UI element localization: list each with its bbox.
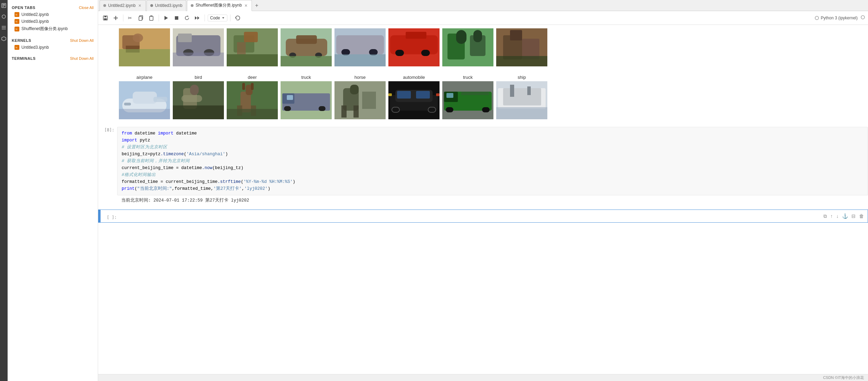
notebook-icon-1: N	[15, 12, 19, 17]
copy-button[interactable]	[136, 13, 145, 22]
image-grid-row1	[98, 25, 868, 71]
kernel-notebook-icon: N	[15, 45, 19, 50]
svg-rect-37	[133, 34, 143, 42]
link-button[interactable]: ⚓	[841, 213, 849, 220]
tab-untitled3[interactable]: Untitled3.ipynb	[147, 0, 186, 11]
sidebar-item-shufflenet[interactable]: N Shufflenet图像分类.ipynb	[8, 25, 98, 33]
svg-rect-43	[178, 34, 192, 42]
move-up-button[interactable]: ↑	[829, 213, 834, 220]
svg-rect-115	[436, 93, 440, 96]
svg-marker-27	[164, 16, 168, 20]
cifar-image-r1-1	[119, 28, 170, 66]
tab-bar: Untitled2.ipynb × Untitled3.ipynb Shuffl…	[98, 0, 868, 11]
cifar-image-r1-5	[334, 28, 386, 66]
shut-down-all-terminals-button[interactable]: Shut Down All	[70, 56, 94, 61]
sidebar-item-untitled2[interactable]: N Untitled2.ipynb	[8, 11, 98, 18]
tab-close-1[interactable]: ×	[138, 3, 142, 8]
image-cell-r1-3	[227, 28, 278, 66]
svg-rect-127	[510, 85, 514, 97]
cell-type-selector[interactable]: Code	[208, 15, 227, 21]
image-cell-r1-1	[119, 28, 170, 66]
svg-rect-106	[362, 92, 376, 109]
kernels-title: KERNELS	[12, 38, 31, 43]
code-cell-8: [8]: from datetime import datetime impor…	[98, 124, 868, 208]
sidebar-panel: OPEN TABS Close All N Untitled2.ipynb N …	[8, 0, 98, 381]
img-bird	[173, 81, 224, 119]
output-text: 当前北京时间: 2024-07-01 17:22:59 第27天打卡 lyj02…	[121, 198, 249, 203]
img-truck2	[442, 81, 493, 119]
svg-rect-75	[496, 56, 547, 66]
refresh-button[interactable]	[233, 13, 242, 22]
run-button[interactable]	[162, 13, 171, 22]
svg-rect-25	[150, 16, 153, 20]
sidebar-file-name-3: Shufflenet图像分类.ipynb	[21, 26, 68, 32]
files-icon[interactable]	[1, 3, 7, 8]
notebook-content[interactable]: airplane bird	[98, 25, 868, 374]
cifar-image-r1-2	[173, 28, 224, 66]
tab-icon-3	[191, 4, 194, 7]
kernel-info: Python 3 (ipykernel)	[814, 16, 858, 20]
save-button[interactable]	[101, 13, 110, 22]
svg-rect-28	[175, 16, 178, 20]
svg-marker-8	[2, 37, 6, 41]
extensions-icon[interactable]	[1, 36, 7, 41]
image-cell-r1-5	[334, 28, 386, 66]
label-truck: truck	[301, 75, 311, 80]
menu-icon[interactable]	[1, 25, 7, 30]
sidebar-file-name-1: Untitled2.ipynb	[21, 12, 49, 17]
svg-rect-1	[2, 4, 5, 5]
stop-button[interactable]	[172, 13, 181, 22]
icon-rail	[0, 0, 8, 381]
cut-button[interactable]: ✂	[126, 13, 135, 22]
cell-index-8: [8]:	[98, 124, 117, 208]
tab-shufflenet[interactable]: Shufflenet图像分类.ipynb ×	[187, 0, 252, 11]
svg-rect-44	[173, 53, 224, 66]
svg-text:N: N	[16, 46, 17, 49]
fast-forward-button[interactable]	[193, 13, 202, 22]
img-ship	[496, 81, 547, 119]
svg-marker-30	[197, 16, 199, 20]
svg-rect-2	[2, 5, 5, 6]
tab-dot-2	[150, 4, 153, 7]
tab-close-3[interactable]: ×	[244, 3, 248, 8]
empty-cell[interactable]: [ ]: ⧉ ↑ ↓ ⚓ ⊟ 🗑	[98, 210, 868, 223]
output-block-8: 当前北京时间: 2024-07-01 17:22:59 第27天打卡 lyj02…	[117, 195, 868, 205]
label-bird: bird	[195, 75, 202, 80]
notebook-icon-2: N	[15, 19, 19, 24]
svg-rect-111	[428, 107, 436, 112]
svg-rect-48	[227, 54, 278, 66]
sidebar-item-untitled3[interactable]: N Untitled3.ipynb	[8, 18, 98, 25]
svg-rect-112	[397, 91, 411, 99]
restart-button[interactable]	[182, 13, 191, 22]
notebook-icon-3: N	[15, 27, 19, 31]
svg-text:N: N	[16, 20, 17, 23]
kernels-header: KERNELS Shut Down All	[8, 36, 98, 44]
tab-untitled2[interactable]: Untitled2.ipynb ×	[100, 0, 146, 11]
svg-point-4	[2, 15, 6, 18]
kernel-item-untitled3[interactable]: N Untitled3.ipynb	[8, 44, 98, 51]
svg-rect-24	[139, 17, 142, 20]
close-all-button[interactable]: Close All	[79, 6, 94, 10]
new-tab-button[interactable]: +	[253, 1, 261, 10]
delete-cell-button[interactable]: 🗑	[858, 213, 865, 220]
cell-index-label: [8]:	[104, 128, 114, 132]
svg-rect-70	[473, 30, 482, 42]
add-cell-button[interactable]	[111, 13, 120, 22]
terminals-title: TERMINALS	[12, 56, 36, 61]
svg-rect-110	[392, 107, 399, 112]
img-horse	[334, 81, 386, 119]
copy-cell-button[interactable]: ⧉	[822, 213, 828, 220]
shut-down-all-kernels-button[interactable]: Shut Down All	[70, 38, 94, 43]
paste-button[interactable]	[147, 13, 156, 22]
move-down-button[interactable]: ↓	[835, 213, 840, 220]
cell-content-8[interactable]: from datetime import datetime import pyt…	[117, 124, 868, 208]
svg-rect-80	[124, 103, 131, 105]
svg-rect-121	[446, 93, 453, 98]
svg-rect-90	[242, 83, 245, 90]
image-labeled-truck2: truck	[442, 75, 493, 119]
tab-icon-1	[103, 4, 106, 7]
svg-rect-65	[406, 32, 426, 39]
expand-button[interactable]: ⊟	[850, 213, 857, 220]
circle-icon[interactable]	[1, 14, 7, 19]
empty-cell-input[interactable]	[120, 211, 820, 222]
